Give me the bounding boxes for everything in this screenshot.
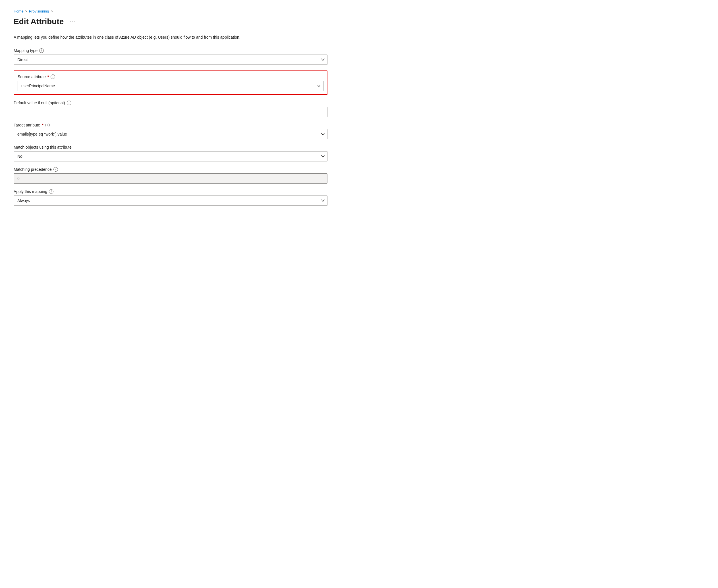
page-description: A mapping lets you define how the attrib… <box>14 35 258 40</box>
default-value-label: Default value if null (optional) i <box>14 101 328 105</box>
mapping-type-info-icon[interactable]: i <box>39 48 44 53</box>
target-attribute-required-star: * <box>42 123 43 127</box>
breadcrumb: Home > Provisioning > <box>14 9 328 13</box>
target-attribute-select[interactable]: emails[type eq "work"].value userName di… <box>14 129 328 139</box>
matching-precedence-info-icon[interactable]: i <box>54 167 58 172</box>
mapping-type-select[interactable]: Direct Constant Expression <box>14 55 328 65</box>
source-attribute-select[interactable]: userPrincipalName mail displayName given… <box>18 81 323 91</box>
target-attribute-select-wrapper: emails[type eq "work"].value userName di… <box>14 129 328 139</box>
page-header: Edit Attribute ··· <box>14 17 328 26</box>
default-value-input[interactable] <box>14 107 328 117</box>
source-attribute-required-star: * <box>47 75 49 79</box>
apply-mapping-info-icon[interactable]: i <box>49 189 54 194</box>
target-attribute-label: Target attribute * i <box>14 123 328 127</box>
default-value-info-icon[interactable]: i <box>67 101 71 105</box>
match-objects-section: Match objects using this attribute No Ye… <box>14 145 328 162</box>
default-value-section: Default value if null (optional) i <box>14 101 328 117</box>
target-attribute-info-icon[interactable]: i <box>45 123 50 127</box>
breadcrumb-separator-1: > <box>25 9 27 13</box>
breadcrumb-provisioning-link[interactable]: Provisioning <box>29 9 49 13</box>
breadcrumb-home-link[interactable]: Home <box>14 9 24 13</box>
match-objects-label: Match objects using this attribute <box>14 145 328 149</box>
mapping-type-section: Mapping type i Direct Constant Expressio… <box>14 48 328 65</box>
source-attribute-highlighted-section: Source attribute * i userPrincipalName m… <box>14 70 328 95</box>
matching-precedence-section: Matching precedence i <box>14 167 328 184</box>
apply-mapping-label: Apply this mapping i <box>14 189 328 194</box>
target-attribute-section: Target attribute * i emails[type eq "wor… <box>14 123 328 139</box>
matching-precedence-label: Matching precedence i <box>14 167 328 172</box>
apply-mapping-section: Apply this mapping i Always Only during … <box>14 189 328 206</box>
source-attribute-label: Source attribute * i <box>18 75 323 79</box>
mapping-type-label: Mapping type i <box>14 48 328 53</box>
matching-precedence-input <box>14 173 328 184</box>
mapping-type-select-wrapper: Direct Constant Expression <box>14 55 328 65</box>
page-title: Edit Attribute <box>14 17 64 26</box>
apply-mapping-select-wrapper: Always Only during object creation updat… <box>14 195 328 206</box>
breadcrumb-separator-2: > <box>51 9 53 13</box>
more-options-button[interactable]: ··· <box>67 17 78 26</box>
match-objects-select-wrapper: No Yes <box>14 151 328 162</box>
match-objects-select[interactable]: No Yes <box>14 151 328 162</box>
source-attribute-info-icon[interactable]: i <box>50 75 55 79</box>
source-attribute-select-wrapper: userPrincipalName mail displayName given… <box>18 81 323 91</box>
apply-mapping-select[interactable]: Always Only during object creation updat… <box>14 195 328 206</box>
